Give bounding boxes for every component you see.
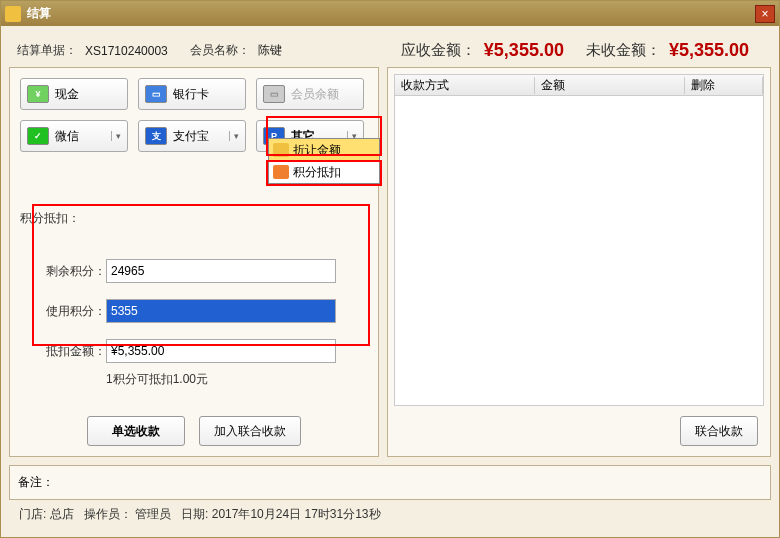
operator-value: 管理员 — [135, 507, 171, 521]
alipay-icon: 支 — [145, 127, 167, 145]
dropdown-points[interactable]: 积分抵扣 — [269, 161, 379, 183]
store-label: 门店: — [19, 507, 46, 521]
single-collect-button[interactable]: 单选收款 — [87, 416, 185, 446]
pay-card-button[interactable]: ▭银行卡 — [138, 78, 246, 110]
right-panel: 收款方式 金额 删除 联合收款 — [387, 67, 771, 457]
date-label: 日期: — [181, 507, 208, 521]
store-value: 总店 — [50, 507, 74, 521]
unpaid-label: 未收金额： — [586, 41, 661, 60]
chevron-down-icon[interactable]: ▾ — [111, 131, 121, 141]
left-panel: ¥现金 ▭银行卡 ▭会员余额 ✓微信▾ 支支付宝▾ P其它▾ 折让金额 积分抵扣… — [9, 67, 379, 457]
col-delete: 删除 — [685, 77, 763, 94]
pay-balance-button[interactable]: ▭会员余额 — [256, 78, 364, 110]
due-label: 应收金额： — [401, 41, 476, 60]
use-points-label: 使用积分： — [34, 303, 106, 320]
close-button[interactable]: × — [755, 5, 775, 23]
date-value: 2017年10月24日 17时31分13秒 — [212, 507, 381, 521]
cash-icon: ¥ — [27, 85, 49, 103]
pay-alipay-label: 支付宝 — [173, 128, 209, 145]
payments-table-body — [394, 96, 764, 406]
points-section-title: 积分抵扣： — [20, 210, 368, 227]
member-value: 陈键 — [258, 42, 282, 59]
deduct-amount-label: 抵扣金额： — [34, 343, 106, 360]
deduct-amount-input[interactable] — [106, 339, 336, 363]
col-method: 收款方式 — [395, 77, 535, 94]
wechat-icon: ✓ — [27, 127, 49, 145]
use-points-input[interactable] — [106, 299, 336, 323]
header-row: 结算单据： XS1710240003 会员名称： 陈键 应收金额： ¥5,355… — [9, 34, 771, 67]
points-hint: 1积分可抵扣1.00元 — [106, 371, 368, 388]
dropdown-points-label: 积分抵扣 — [293, 164, 341, 181]
col-amount: 金额 — [535, 77, 685, 94]
due-value: ¥5,355.00 — [484, 40, 564, 61]
order-value: XS1710240003 — [85, 44, 168, 58]
pay-balance-label: 会员余额 — [291, 86, 339, 103]
pay-wechat-label: 微信 — [55, 128, 79, 145]
combined-collect-button[interactable]: 联合收款 — [680, 416, 758, 446]
pay-alipay-button[interactable]: 支支付宝▾ — [138, 120, 246, 152]
remark-label: 备注： — [18, 475, 54, 489]
points-icon — [273, 165, 289, 179]
operator-label: 操作员： — [84, 507, 132, 521]
status-bar: 门店: 总店 操作员： 管理员 日期: 2017年10月24日 17时31分13… — [9, 500, 771, 529]
dropdown-discount-label: 折让金额 — [293, 142, 341, 159]
discount-icon — [273, 143, 289, 157]
pay-cash-label: 现金 — [55, 86, 79, 103]
order-label: 结算单据： — [17, 42, 77, 59]
remark-row: 备注： — [9, 465, 771, 500]
pay-card-label: 银行卡 — [173, 86, 209, 103]
remain-points-label: 剩余积分： — [34, 263, 106, 280]
pay-cash-button[interactable]: ¥现金 — [20, 78, 128, 110]
member-label: 会员名称： — [190, 42, 250, 59]
window-title: 结算 — [27, 5, 755, 22]
card-icon: ▭ — [145, 85, 167, 103]
other-dropdown: 折让金额 积分抵扣 — [268, 138, 380, 184]
unpaid-value: ¥5,355.00 — [669, 40, 749, 61]
app-icon — [5, 6, 21, 22]
payments-table-header: 收款方式 金额 删除 — [394, 74, 764, 96]
chevron-down-icon[interactable]: ▾ — [229, 131, 239, 141]
balance-icon: ▭ — [263, 85, 285, 103]
dropdown-discount[interactable]: 折让金额 — [269, 139, 379, 161]
remain-points-input[interactable] — [106, 259, 336, 283]
add-joint-button[interactable]: 加入联合收款 — [199, 416, 301, 446]
titlebar: 结算 × — [1, 1, 779, 26]
pay-wechat-button[interactable]: ✓微信▾ — [20, 120, 128, 152]
